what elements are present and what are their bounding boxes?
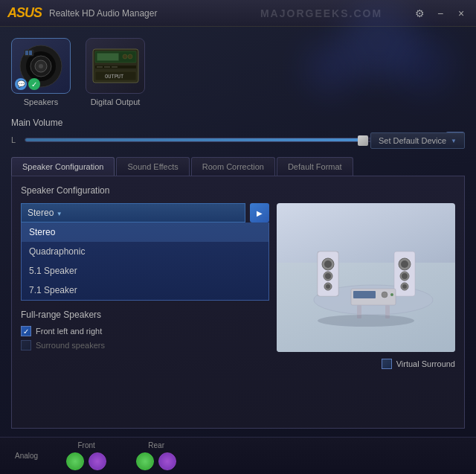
front-left-right-row: Front left and right bbox=[21, 326, 269, 336]
app-title: Realtek HD Audio Manager bbox=[49, 8, 231, 19]
set-default-label: Set Default Device bbox=[379, 136, 446, 145]
volume-slider[interactable] bbox=[25, 138, 426, 142]
set-default-button[interactable]: Set Default Device ▼ bbox=[370, 132, 465, 149]
speaker-visualization bbox=[277, 203, 455, 352]
full-range-title: Full-range Speakers bbox=[21, 310, 269, 320]
svg-rect-7 bbox=[29, 51, 32, 55]
tab-sound-effects[interactable]: Sound Effects bbox=[116, 157, 189, 176]
full-range-section: Full-range Speakers Front left and right… bbox=[21, 310, 269, 350]
front-circle-2[interactable] bbox=[89, 452, 106, 470]
svg-rect-11 bbox=[97, 54, 118, 60]
dropdown-option-7-1[interactable]: 7.1 Speaker bbox=[22, 281, 268, 300]
svg-point-13 bbox=[128, 54, 132, 59]
svg-point-12 bbox=[123, 54, 127, 59]
bottom-bar: Analog Front Rear bbox=[0, 437, 476, 474]
svg-point-33 bbox=[402, 273, 408, 279]
front-group: Front bbox=[66, 441, 106, 470]
speaker-config-left: Stereo ▼ ▶ Stereo Quadraphonic 5.1 Speak… bbox=[21, 203, 269, 354]
rear-group: Rear bbox=[136, 441, 176, 470]
svg-rect-6 bbox=[25, 51, 28, 55]
speakers-icon-wrap: 💬 ✓ bbox=[11, 38, 71, 94]
digital-output-device[interactable]: OUTPUT Digital Output bbox=[86, 38, 145, 106]
bokeh-3 bbox=[394, 34, 454, 94]
surround-speakers-label: Surround speakers bbox=[36, 341, 105, 350]
dropdown-option-stereo[interactable]: Stereo bbox=[22, 222, 268, 242]
panel-title: Speaker Configuration bbox=[21, 185, 455, 196]
viz-svg bbox=[277, 203, 455, 352]
front-group-label: Front bbox=[77, 441, 94, 449]
dropdown-value: Stereo bbox=[28, 208, 54, 218]
rear-group-label: Rear bbox=[148, 441, 164, 449]
virtual-surround-checkbox[interactable] bbox=[382, 359, 392, 369]
surround-speakers-checkbox[interactable] bbox=[21, 340, 31, 350]
svg-point-38 bbox=[382, 292, 387, 298]
settings-button[interactable]: ⚙ bbox=[412, 7, 427, 19]
volume-fill bbox=[25, 138, 365, 141]
svg-point-42 bbox=[318, 315, 414, 327]
volume-thumb[interactable] bbox=[358, 135, 368, 146]
bottom-groups-wrap: Front Rear bbox=[66, 441, 176, 470]
surround-speakers-row: Surround speakers bbox=[21, 340, 269, 350]
svg-point-31 bbox=[401, 260, 408, 268]
dropdown-arrow-icon: ▼ bbox=[57, 211, 62, 217]
svg-rect-16 bbox=[104, 66, 110, 68]
minimize-button[interactable]: − bbox=[433, 7, 448, 19]
svg-point-28 bbox=[326, 284, 330, 289]
svg-point-39 bbox=[390, 293, 393, 296]
play-button[interactable]: ▶ bbox=[250, 203, 269, 222]
bokeh-2 bbox=[305, 42, 357, 94]
speaker-config-panel: Speaker Configuration Stereo ▼ ▶ Stereo … bbox=[11, 176, 465, 429]
svg-point-26 bbox=[325, 273, 331, 279]
check-badge: ✓ bbox=[28, 78, 40, 90]
virtual-surround-label: Virtual Surround bbox=[396, 359, 455, 368]
front-circles bbox=[66, 452, 106, 470]
chat-badge: 💬 bbox=[15, 78, 27, 90]
digital-output-icon: OUTPUT bbox=[91, 45, 140, 86]
dropdown-option-quadraphonic[interactable]: Quadraphonic bbox=[22, 242, 268, 261]
svg-point-24 bbox=[324, 260, 332, 268]
speakers-device[interactable]: 💬 ✓ Speakers bbox=[11, 38, 71, 106]
svg-text:OUTPUT: OUTPUT bbox=[105, 74, 124, 80]
svg-rect-17 bbox=[112, 66, 118, 68]
dropdown-row: Stereo ▼ ▶ bbox=[21, 203, 269, 222]
speaker-config-dropdown[interactable]: Stereo ▼ bbox=[21, 203, 245, 222]
front-left-right-checkbox[interactable] bbox=[21, 326, 31, 336]
svg-rect-15 bbox=[97, 66, 103, 68]
tab-default-format[interactable]: Default Format bbox=[277, 157, 353, 176]
analog-label: Analog bbox=[15, 452, 38, 460]
tab-room-correction[interactable]: Room Correction bbox=[191, 157, 275, 176]
tab-speaker-configuration[interactable]: Speaker Configuration bbox=[11, 157, 115, 176]
virtual-surround-row: Virtual Surround bbox=[382, 359, 455, 369]
main-content: 💬 ✓ Speakers bbox=[0, 27, 476, 474]
front-circle-1[interactable] bbox=[66, 452, 84, 470]
svg-point-35 bbox=[402, 284, 407, 289]
speakers-label: Speakers bbox=[24, 97, 58, 106]
rear-circle-2[interactable] bbox=[158, 452, 176, 470]
rear-circle-1[interactable] bbox=[136, 452, 154, 470]
svg-rect-37 bbox=[353, 291, 376, 298]
set-default-arrow-icon: ▼ bbox=[451, 138, 457, 144]
window-controls: ⚙ − × bbox=[412, 7, 469, 19]
dropdown-option-5-1[interactable]: 5.1 Speaker bbox=[22, 261, 268, 281]
dropdown-list: Stereo Quadraphonic 5.1 Speaker 7.1 Spea… bbox=[21, 222, 269, 301]
digital-output-label: Digital Output bbox=[91, 97, 141, 106]
asus-logo: ASUS bbox=[7, 5, 42, 21]
digital-output-icon-wrap: OUTPUT bbox=[86, 38, 145, 94]
rear-circles bbox=[136, 452, 176, 470]
volume-left-label: L bbox=[11, 135, 19, 144]
tabs-row: Speaker Configuration Sound Effects Room… bbox=[11, 157, 465, 176]
volume-label: Main Volume bbox=[11, 118, 465, 128]
front-left-right-label: Front left and right bbox=[36, 327, 102, 336]
speaker-config-layout: Stereo ▼ ▶ Stereo Quadraphonic 5.1 Speak… bbox=[21, 203, 455, 354]
close-button[interactable]: × bbox=[454, 7, 469, 19]
svg-point-4 bbox=[39, 64, 43, 68]
badge-area: 💬 ✓ bbox=[15, 78, 40, 90]
